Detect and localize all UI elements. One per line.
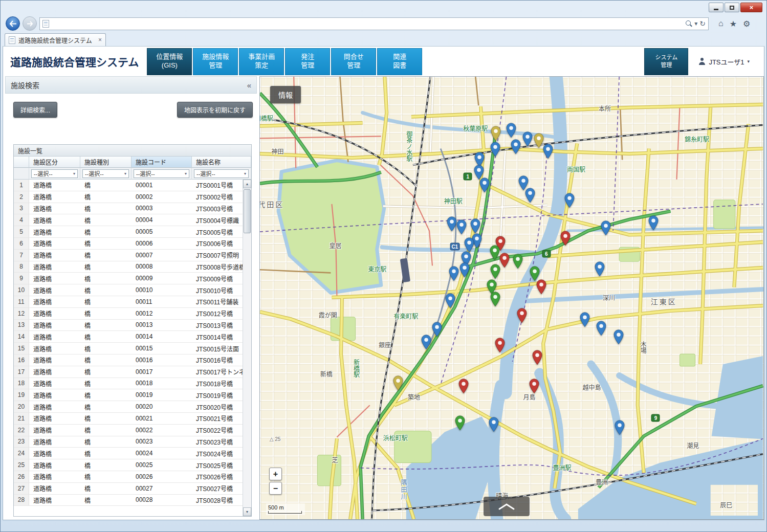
- favorites-icon[interactable]: ★: [730, 19, 737, 29]
- map-pin-blue[interactable]: [490, 142, 500, 157]
- tab-road-facility-system[interactable]: 道路施設統合管理システム ×: [5, 33, 106, 46]
- nav-facility-info[interactable]: 施設情報 管理: [193, 48, 238, 75]
- table-row[interactable]: 28道路橋橋00028JTS0028号橋: [14, 495, 251, 506]
- filter-select-kubun[interactable]: --選択--▾: [31, 169, 78, 178]
- search-icon[interactable]: [686, 20, 692, 27]
- table-row[interactable]: 23道路橋橋00023JTS0023号橋: [14, 436, 251, 448]
- nav-order-management[interactable]: 発注 管理: [285, 48, 330, 75]
- info-button[interactable]: 情報: [270, 86, 301, 103]
- nav-location-gis[interactable]: 位置情報 (GIS): [147, 48, 192, 75]
- forward-button[interactable]: [23, 16, 37, 31]
- table-row[interactable]: 27道路橋橋00027JTS0027号橋: [14, 483, 251, 495]
- table-row[interactable]: 2道路橋橋00002JTS0002号橋: [14, 191, 251, 203]
- table-row[interactable]: 20道路橋橋00020JTS0020号橋: [14, 401, 251, 413]
- map-pin-blue[interactable]: [459, 262, 470, 278]
- map-pin-green[interactable]: [512, 254, 523, 269]
- system-management-button[interactable]: システム 管理: [644, 48, 688, 75]
- zoom-out-button[interactable]: −: [269, 482, 282, 495]
- map-pin-blue[interactable]: [421, 335, 431, 350]
- map-pin-yellow[interactable]: [490, 126, 501, 141]
- url-input[interactable]: [51, 18, 684, 29]
- table-row[interactable]: 8道路橋橋00008JTS0008号歩道橋: [14, 261, 251, 273]
- minimize-button[interactable]: [709, 3, 724, 12]
- table-row[interactable]: 25道路橋橋00025JTS0025号橋: [14, 459, 251, 471]
- map-pin-blue[interactable]: [510, 139, 521, 154]
- map-pin-blue[interactable]: [614, 420, 625, 435]
- table-row[interactable]: 18道路橋橋00018JTS0018号橋: [14, 378, 251, 390]
- zoom-in-button[interactable]: +: [269, 468, 282, 480]
- filter-select-code[interactable]: --選択--▾: [134, 169, 189, 178]
- map-pin-red[interactable]: [532, 350, 543, 365]
- map-pin-blue[interactable]: [579, 312, 590, 327]
- table-row[interactable]: 1道路橋橋00001JTS0001号橋: [14, 180, 251, 191]
- map-bottom-panel-toggle[interactable]: [484, 497, 530, 516]
- map-pin-green[interactable]: [530, 266, 540, 281]
- map-pin-red[interactable]: [458, 379, 469, 394]
- map-pin-blue[interactable]: [448, 266, 459, 281]
- map-pin-blue[interactable]: [456, 219, 467, 235]
- map-pin-red[interactable]: [536, 279, 547, 295]
- refresh-icon[interactable]: ↻: [699, 19, 706, 28]
- collapse-panel-icon[interactable]: «: [247, 81, 251, 90]
- reset-map-button[interactable]: 地図表示を初期に戻す: [177, 102, 253, 118]
- map-pin-blue[interactable]: [542, 144, 553, 159]
- col-header-name[interactable]: 施設名称: [192, 157, 251, 168]
- table-row[interactable]: 12道路橋橋00012JTS0012号橋: [14, 308, 251, 320]
- tab-close-icon[interactable]: ×: [98, 36, 102, 43]
- col-header-code[interactable]: 施設コード: [132, 157, 192, 168]
- map-pin-blue[interactable]: [470, 218, 481, 234]
- scroll-up-button[interactable]: ▲: [243, 180, 251, 188]
- scroll-down-button[interactable]: ▼: [243, 507, 251, 516]
- map-pin-blue[interactable]: [432, 322, 443, 337]
- table-row[interactable]: 4道路橋橋00004JTS0004号標識: [14, 214, 251, 226]
- table-row[interactable]: 22道路橋橋00022JTS0022号橋: [14, 425, 251, 436]
- table-row[interactable]: 5道路橋橋00005JTS0005号橋: [14, 226, 251, 238]
- table-row[interactable]: 21道路橋橋00021JTS0021号橋: [14, 413, 251, 425]
- map-pin-blue[interactable]: [506, 123, 517, 138]
- search-dropdown-icon[interactable]: ▾: [694, 20, 697, 27]
- map-pin-blue[interactable]: [595, 261, 605, 277]
- map-pin-blue[interactable]: [613, 329, 624, 345]
- table-row[interactable]: 24道路橋橋00024JTS0024号橋: [14, 448, 251, 459]
- window-titlebar[interactable]: ×: [3, 1, 764, 15]
- map-pin-blue[interactable]: [648, 215, 659, 231]
- map-pin-blue[interactable]: [522, 131, 533, 147]
- table-row[interactable]: 13道路橋橋00013JTS0013号橋: [14, 320, 251, 331]
- table-row[interactable]: 6道路橋橋00006JTS0006号橋: [14, 238, 251, 250]
- home-icon[interactable]: ⌂: [718, 19, 724, 28]
- table-row[interactable]: 26道路橋橋00026JTS0026号橋: [14, 471, 251, 483]
- map-pin-blue[interactable]: [564, 193, 575, 208]
- map-pin-red[interactable]: [499, 253, 510, 268]
- user-menu[interactable]: JTSユーザ1 ▾: [698, 57, 750, 66]
- tools-icon[interactable]: ⚙: [743, 19, 750, 29]
- maximize-button[interactable]: [725, 3, 739, 12]
- nav-project-planning[interactable]: 事業計画 策定: [239, 48, 284, 75]
- map-pin-green[interactable]: [489, 245, 500, 260]
- table-row[interactable]: 3道路橋橋00003JTS0003号橋: [14, 203, 251, 215]
- map-pin-blue[interactable]: [525, 188, 536, 203]
- nav-inquiry-management[interactable]: 問合せ 管理: [331, 48, 376, 75]
- col-header-shubetsu[interactable]: 施設種別: [80, 157, 132, 168]
- table-row[interactable]: 14道路橋橋00014JTS0014号橋: [14, 331, 251, 343]
- map-pin-green[interactable]: [490, 292, 500, 307]
- table-row[interactable]: 11道路橋橋00011JTS0011号舗装: [14, 296, 251, 308]
- table-row[interactable]: 16道路橋橋00016JTS0016号橋: [14, 354, 251, 366]
- table-row[interactable]: 9道路橋橋00009JTS0009号橋: [14, 273, 251, 284]
- col-header-kubun[interactable]: 施設区分: [29, 157, 80, 168]
- map-pin-blue[interactable]: [464, 237, 475, 253]
- table-scrollbar[interactable]: ▲▼: [243, 180, 251, 516]
- table-row[interactable]: 19道路橋橋00019JTS0019号橋: [14, 389, 251, 401]
- table-row[interactable]: 15道路橋橋00015JTS0015号法面: [14, 343, 251, 354]
- filter-select-shubetsu[interactable]: --選択--▾: [82, 169, 129, 178]
- detail-search-button[interactable]: 詳細検索...: [13, 102, 57, 118]
- map-pin-blue[interactable]: [479, 178, 490, 193]
- nav-related-documents[interactable]: 関連 図書: [377, 48, 422, 75]
- map-pin-yellow[interactable]: [392, 375, 403, 391]
- scrollbar-thumb[interactable]: [244, 189, 251, 233]
- filter-select-name[interactable]: --選択--▾: [194, 169, 249, 178]
- map-pin-red[interactable]: [560, 231, 571, 246]
- close-button[interactable]: ×: [740, 3, 762, 12]
- map-pin-red[interactable]: [495, 338, 506, 353]
- map-view[interactable]: .yc{fill:none;stroke:#cdbb4e;stroke-widt…: [259, 76, 764, 520]
- map-pin-blue[interactable]: [488, 417, 499, 432]
